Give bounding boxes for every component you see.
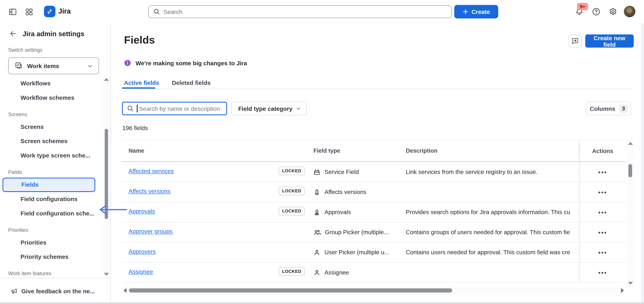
app-title: Jira: [58, 7, 71, 15]
notification-count-badge: 9+: [577, 3, 588, 10]
top-navigation-bar: Jira Create 9+: [0, 0, 644, 24]
page-scrollbar-track[interactable]: [641, 23, 644, 304]
sidebar-item-field-configuration-sche[interactable]: Field configuration sche...: [0, 206, 103, 221]
app-switcher-button[interactable]: [24, 6, 34, 17]
table-row: ApproversUser Picker (multiple u...Conta…: [122, 242, 626, 263]
table-row: Approver groupsGroup Picker (multiple...…: [122, 222, 626, 242]
sidebar-item-priorities[interactable]: Priorities: [0, 236, 103, 250]
sidebar-scrollbar-thumb[interactable]: [105, 129, 108, 219]
table-row: AssigneeLOCKEDAssignee•••: [122, 263, 626, 283]
create-new-field-button[interactable]: Create new field: [585, 34, 634, 47]
actions-cell: •••: [580, 242, 626, 262]
scroll-down-icon[interactable]: [628, 282, 633, 285]
sidebar-section-screens: Screens: [0, 105, 103, 120]
more-actions-button[interactable]: •••: [598, 249, 607, 256]
field-search-input[interactable]: [138, 105, 226, 112]
app-switcher-icon: [25, 7, 34, 16]
global-search-input[interactable]: [163, 8, 451, 15]
locked-badge: LOCKED: [279, 207, 305, 215]
switch-settings-label: Switch settings: [8, 47, 42, 53]
actions-cell: •••: [580, 182, 626, 202]
work-items-icon: [14, 62, 23, 70]
scroll-up-icon[interactable]: [628, 142, 633, 145]
more-actions-button[interactable]: •••: [598, 189, 607, 195]
plus-icon: [462, 8, 468, 15]
column-header-actions: Actions: [592, 147, 613, 154]
locked-badge: LOCKED: [279, 187, 305, 195]
collapse-sidebar-button[interactable]: [7, 6, 18, 17]
sidebar-item-screen-schemes[interactable]: Screen schemes: [0, 134, 103, 148]
scroll-right-icon[interactable]: [621, 288, 624, 293]
give-feedback-button[interactable]: Give feedback on the ne...: [0, 278, 111, 304]
more-actions-button[interactable]: •••: [598, 209, 607, 215]
table-row: Affected servicesLOCKEDService FieldLink…: [122, 162, 626, 182]
field-description: Contains users needed for approval. This…: [406, 242, 580, 262]
scroll-up-icon[interactable]: [104, 78, 109, 81]
jira-logo[interactable]: [44, 6, 56, 17]
sidebar-item-work-type-screen-sche[interactable]: Work type screen sche...: [0, 148, 103, 163]
user-picker-icon: [314, 269, 320, 276]
columns-button[interactable]: Columns 3: [586, 102, 631, 115]
sidebar-item-screens[interactable]: Screens: [0, 120, 103, 134]
gear-icon: [608, 7, 618, 16]
column-header-description: Description: [406, 147, 438, 154]
sidebar-item-workflows[interactable]: Workflows: [0, 76, 103, 91]
table-vscroll-thumb[interactable]: [628, 164, 632, 177]
text-caret: [137, 105, 138, 112]
field-description: Link services from the service registry …: [406, 162, 580, 182]
sidebar-item-fields[interactable]: Fields: [2, 178, 95, 192]
scroll-left-icon[interactable]: [124, 288, 126, 293]
columns-count-badge: 3: [619, 104, 628, 113]
more-actions-button[interactable]: •••: [598, 269, 607, 276]
fields-tabs: Active fields Deleted fields: [124, 79, 210, 91]
help-button[interactable]: [590, 6, 602, 17]
filter-label: Field type category: [238, 105, 295, 112]
user-avatar[interactable]: [624, 6, 636, 17]
search-icon: [153, 8, 160, 15]
info-icon: [124, 59, 131, 66]
field-name-link[interactable]: Assignee: [128, 268, 153, 275]
fields-table: Name Field type Description Actions Affe…: [122, 140, 626, 283]
sidebar-collapse-icon: [8, 7, 17, 16]
field-description: [406, 263, 580, 282]
sidebar-section-work-item-features: Work item features: [0, 264, 103, 278]
tab-active-fields[interactable]: Active fields: [124, 79, 159, 91]
search-icon: [127, 105, 134, 112]
settings-button[interactable]: [608, 6, 618, 17]
create-button[interactable]: Create: [454, 5, 498, 18]
feedback-button[interactable]: [568, 34, 582, 47]
field-type-label: User Picker (multiple u...: [324, 249, 389, 256]
approvals-stamp-icon: [314, 209, 320, 216]
field-name-link[interactable]: Affected services: [128, 168, 174, 174]
table-hscroll-thumb[interactable]: [129, 289, 452, 293]
field-description: [406, 182, 580, 202]
help-icon: [592, 7, 601, 16]
field-type-category-filter[interactable]: Field type category: [231, 102, 307, 115]
field-type-label: Affects versions: [324, 189, 366, 195]
sidebar-nav: WorkflowsWorkflow schemesScreensScreensS…: [0, 76, 103, 278]
page-horizontal-scrollbar[interactable]: [0, 302, 644, 304]
changes-banner[interactable]: We're making some big changes to Jira: [124, 59, 247, 66]
field-name-link[interactable]: Approver groups: [128, 228, 172, 235]
tab-deleted-fields[interactable]: Deleted fields: [172, 79, 210, 91]
settings-switcher-dropdown[interactable]: Work items: [8, 57, 99, 74]
field-name-link[interactable]: Affects versions: [128, 188, 170, 194]
scroll-down-icon[interactable]: [104, 273, 109, 276]
tabs-divider: [122, 89, 633, 89]
field-name-link[interactable]: Approvers: [128, 248, 156, 255]
sidebar-item-workflow-schemes[interactable]: Workflow schemes: [0, 91, 103, 105]
sidebar-item-priority-schemes[interactable]: Priority schemes: [0, 250, 103, 264]
table-vertical-scrollbar[interactable]: [627, 140, 633, 288]
locked-badge: LOCKED: [279, 167, 305, 175]
table-horizontal-scrollbar[interactable]: [122, 287, 626, 295]
back-button[interactable]: [9, 29, 17, 38]
field-name-link[interactable]: Approvals: [128, 208, 155, 215]
locked-badge: LOCKED: [279, 267, 305, 275]
more-actions-button[interactable]: •••: [598, 229, 607, 235]
more-actions-button[interactable]: •••: [598, 169, 607, 175]
feedback-bubble-icon: [571, 37, 579, 45]
field-search: [122, 102, 227, 115]
chevron-down-icon: [86, 63, 93, 69]
banner-text: We're making some big changes to Jira: [136, 60, 247, 66]
sidebar-item-field-configurations[interactable]: Field configurations: [0, 192, 103, 206]
